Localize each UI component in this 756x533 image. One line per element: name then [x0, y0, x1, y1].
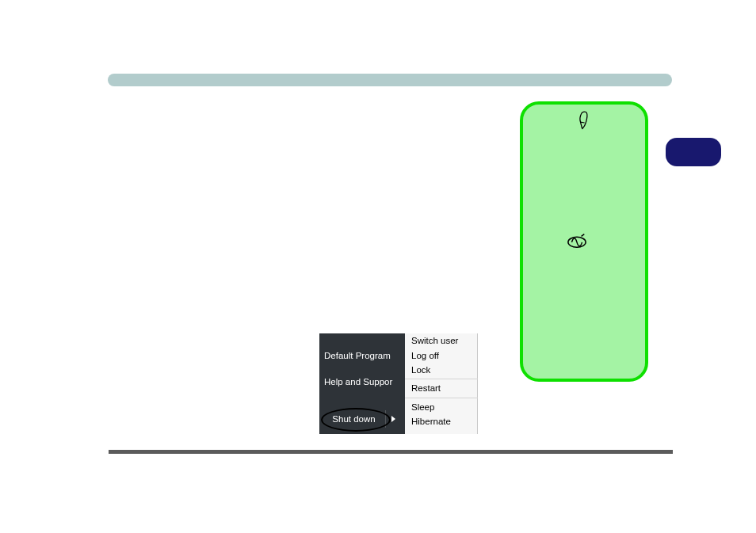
menu-item-help-and-support[interactable]: Help and Suppor [324, 377, 405, 386]
power-options-menu: Switch userLog offLockRestartSleepHibern… [405, 333, 478, 434]
menu-item-hibernate[interactable]: Hibernate [405, 414, 478, 428]
menu-item-lock[interactable]: Lock [405, 363, 478, 377]
menu-item-log-off[interactable]: Log off [405, 348, 478, 362]
horizontal-rule [109, 450, 673, 454]
menu-item-default-programs[interactable]: Default Program [324, 351, 405, 360]
menu-divider [405, 398, 478, 398]
menu-item-restart[interactable]: Restart [405, 381, 478, 395]
shutdown-button-label: Shut down [332, 414, 375, 424]
header-bar [108, 74, 672, 86]
start-menu-screenshot: Default Program Help and Suppor Shut dow… [319, 333, 478, 434]
menu-divider [405, 379, 478, 379]
shutdown-button[interactable]: Shut down [323, 410, 385, 428]
nav-button[interactable] [666, 138, 721, 166]
menu-item-switch-user[interactable]: Switch user [405, 333, 478, 348]
start-menu-left-pane: Default Program Help and Suppor Shut dow… [319, 333, 405, 434]
shutdown-options-arrow[interactable] [385, 410, 400, 428]
shutdown-bar: Shut down [323, 410, 400, 428]
chevron-right-icon [391, 416, 395, 422]
logo-icon [567, 232, 587, 249]
menu-item-sleep[interactable]: Sleep [405, 400, 478, 414]
